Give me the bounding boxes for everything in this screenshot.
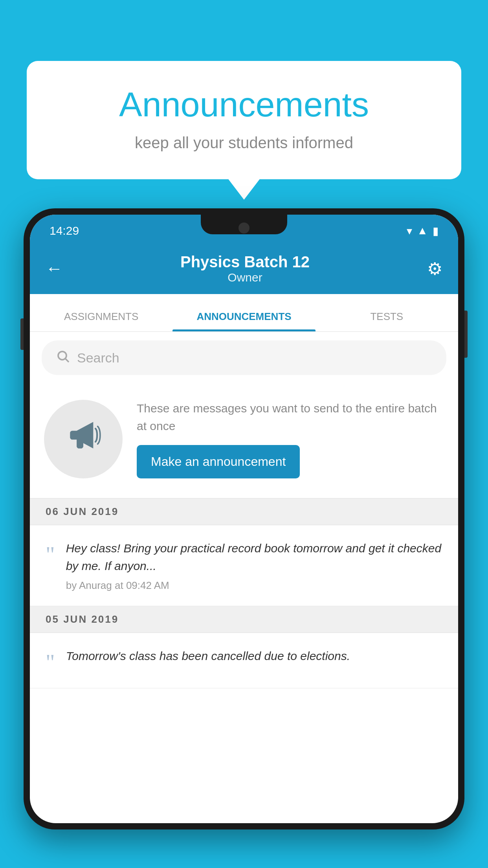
svg-point-0 xyxy=(58,351,66,360)
promo-icon-circle xyxy=(44,400,123,478)
battery-icon: ▮ xyxy=(433,224,438,237)
tab-announcements[interactable]: ANNOUNCEMENTS xyxy=(172,294,315,331)
tab-assignments[interactable]: ASSIGNMENTS xyxy=(30,294,172,331)
wifi-icon: ▾ xyxy=(407,224,412,237)
announcement-item-1[interactable]: " Hey class! Bring your practical record… xyxy=(30,525,458,606)
date-separator-1: 06 JUN 2019 xyxy=(30,498,458,525)
promo-content: These are messages you want to send to t… xyxy=(137,399,444,478)
announcement-item-2[interactable]: " Tomorrow's class has been cancelled du… xyxy=(30,633,458,688)
status-icons: ▾ ▲ ▮ xyxy=(407,224,438,237)
phone-camera xyxy=(238,223,250,234)
signal-icon: ▲ xyxy=(417,224,428,237)
quote-icon-2: " xyxy=(46,651,55,674)
app-bar-title: Physics Batch 12 xyxy=(180,253,310,271)
search-bar[interactable]: Search xyxy=(42,340,446,375)
promo-section: These are messages you want to send to t… xyxy=(30,384,458,498)
app-bar: ← Physics Batch 12 Owner ⚙ xyxy=(30,243,458,294)
announcement-text-2: Tomorrow's class has been cancelled due … xyxy=(66,647,442,665)
speech-bubble-container: Announcements keep all your students inf… xyxy=(27,61,461,179)
announcement-content-2: Tomorrow's class has been cancelled due … xyxy=(66,647,442,669)
promo-text: These are messages you want to send to t… xyxy=(137,399,444,435)
phone-side-btn-right xyxy=(464,311,468,358)
phone-side-btn-left xyxy=(20,318,24,350)
app-bar-title-group: Physics Batch 12 Owner xyxy=(180,253,310,284)
search-container: Search xyxy=(30,332,458,384)
search-placeholder-text: Search xyxy=(77,350,119,366)
announcement-content-1: Hey class! Bring your practical record b… xyxy=(66,539,442,592)
date-separator-2: 05 JUN 2019 xyxy=(30,606,458,633)
quote-icon-1: " xyxy=(46,543,55,566)
speech-bubble-title: Announcements xyxy=(58,85,430,125)
tab-bar: ASSIGNMENTS ANNOUNCEMENTS TESTS xyxy=(30,294,458,332)
svg-line-1 xyxy=(66,359,69,362)
announcement-text-1: Hey class! Bring your practical record b… xyxy=(66,539,442,575)
make-announcement-button[interactable]: Make an announcement xyxy=(137,445,300,478)
app-bar-subtitle: Owner xyxy=(180,271,310,284)
search-icon xyxy=(56,349,70,367)
speech-bubble-subtitle: keep all your students informed xyxy=(58,134,430,152)
tab-tests[interactable]: TESTS xyxy=(316,294,458,331)
phone-notch xyxy=(201,215,287,234)
phone-screen: 14:29 ▾ ▲ ▮ ← Physics Batch 12 Owner ⚙ xyxy=(30,215,458,823)
megaphone-icon xyxy=(66,417,101,460)
announcement-meta-1: by Anurag at 09:42 AM xyxy=(66,579,442,592)
phone-wrapper: 14:29 ▾ ▲ ▮ ← Physics Batch 12 Owner ⚙ xyxy=(24,208,464,868)
speech-bubble: Announcements keep all your students inf… xyxy=(27,61,461,179)
phone-outer: 14:29 ▾ ▲ ▮ ← Physics Batch 12 Owner ⚙ xyxy=(24,208,464,829)
settings-button[interactable]: ⚙ xyxy=(427,259,442,279)
status-time: 14:29 xyxy=(50,224,79,237)
back-button[interactable]: ← xyxy=(46,259,63,278)
